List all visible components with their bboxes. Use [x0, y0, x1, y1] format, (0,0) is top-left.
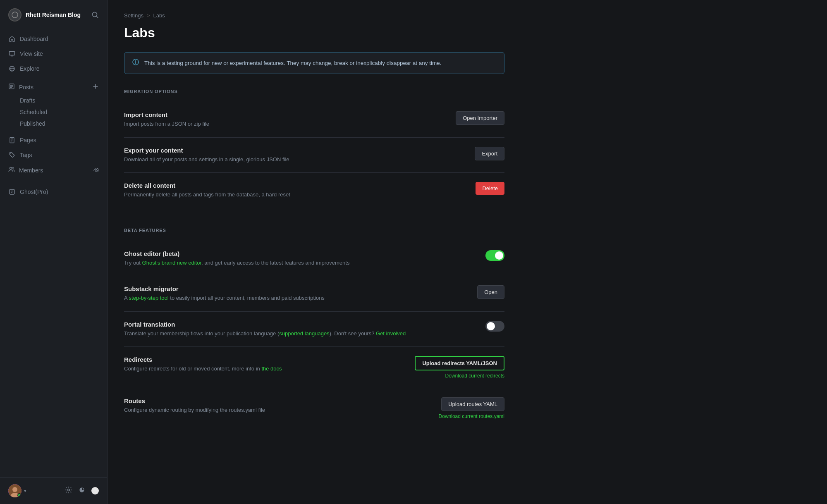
migration-section-label: MIGRATION OPTIONS: [124, 89, 504, 94]
export-content-row: Export your content Download all of your…: [124, 138, 504, 173]
svg-rect-22: [10, 189, 14, 194]
sidebar-item-view-site[interactable]: View site: [0, 46, 107, 61]
footer-actions: [65, 486, 99, 496]
sidebar-item-members[interactable]: Members 49: [0, 162, 107, 178]
substack-tool-link[interactable]: step-by-step tool: [129, 295, 169, 301]
explore-label: Explore: [20, 65, 39, 72]
settings-icon[interactable]: [65, 486, 72, 496]
ghost-editor-row: Ghost editor (beta) Try out Ghost's bran…: [124, 241, 504, 277]
open-importer-button[interactable]: Open Importer: [456, 111, 504, 125]
breadcrumb-current: Labs: [153, 12, 165, 19]
ghost-editor-toggle[interactable]: [485, 250, 504, 261]
import-content-desc: Import posts from a JSON or zip file: [124, 120, 439, 128]
svg-point-21: [12, 167, 14, 169]
sidebar-item-pages[interactable]: Pages: [0, 133, 107, 148]
portal-translation-title: Portal translation: [124, 321, 469, 328]
beta-section-label: BETA FEATURES: [124, 228, 504, 233]
page-title: Labs: [124, 25, 504, 41]
supported-languages-link[interactable]: supported languages: [279, 330, 329, 337]
pages-icon: [8, 136, 16, 144]
sidebar-item-ghost-pro[interactable]: Ghost(Pro): [0, 184, 107, 199]
info-banner-text: This is a testing ground for new or expe…: [144, 60, 442, 66]
posts-icon: [8, 83, 15, 91]
routes-row: Routes Configure dynamic routing by modi…: [124, 388, 504, 428]
download-redirects-link[interactable]: Download current redirects: [445, 373, 504, 379]
export-button[interactable]: Export: [475, 147, 504, 160]
redirects-row: Redirects Configure redirects for old or…: [124, 347, 504, 388]
routes-desc: Configure dynamic routing by modifying t…: [124, 406, 422, 414]
theme-toggle-icon[interactable]: [78, 486, 86, 496]
site-logo-group[interactable]: Rhett Reisman Blog: [8, 8, 81, 21]
svg-point-1: [93, 12, 97, 17]
user-avatar: [8, 484, 22, 497]
svg-point-0: [12, 12, 18, 18]
svg-point-31: [135, 60, 136, 61]
upload-routes-button[interactable]: Upload routes YAML: [441, 397, 504, 411]
svg-point-20: [10, 167, 12, 170]
get-involved-link[interactable]: Get involved: [376, 330, 406, 337]
svg-rect-3: [10, 52, 15, 55]
user-avatar-group[interactable]: ▾: [8, 484, 26, 497]
sidebar-item-explore[interactable]: Explore: [0, 61, 107, 76]
portal-translation-toggle[interactable]: [485, 321, 504, 332]
tags-label: Tags: [20, 152, 32, 158]
globe-icon: [8, 65, 16, 72]
export-content-title: Export your content: [124, 147, 458, 154]
ghost-pro-icon: [8, 188, 16, 196]
ghost-editor-title: Ghost editor (beta): [124, 250, 469, 257]
home-icon: [8, 35, 16, 43]
delete-button[interactable]: Delete: [476, 182, 504, 195]
view-site-label: View site: [20, 50, 43, 57]
breadcrumb-separator: >: [147, 12, 150, 19]
substack-migrator-title: Substack migrator: [124, 285, 461, 292]
posts-label: Posts: [19, 84, 33, 91]
search-icon: [91, 11, 99, 19]
delete-content-row: Delete all content Permanently delete al…: [124, 173, 504, 208]
sidebar-footer: ▾: [0, 477, 107, 504]
substack-migrator-row: Substack migrator A step-by-step tool to…: [124, 276, 504, 312]
site-logo: [8, 8, 22, 21]
ghost-pro-label: Ghost(Pro): [20, 189, 48, 195]
circle-toggle[interactable]: [91, 487, 99, 494]
upload-redirects-button[interactable]: Upload redirects YAML/JSON: [415, 356, 504, 370]
sidebar-item-drafts[interactable]: Drafts: [20, 95, 107, 106]
breadcrumb: Settings > Labs: [124, 12, 504, 19]
monitor-icon: [8, 50, 16, 57]
sidebar-item-published[interactable]: Published: [20, 118, 107, 129]
sidebar: Rhett Reisman Blog Dashboard: [0, 0, 108, 504]
members-badge: 49: [93, 167, 99, 173]
search-button[interactable]: [91, 11, 99, 19]
substack-open-button[interactable]: Open: [477, 285, 504, 299]
ghost-editor-link[interactable]: Ghost's brand new editor: [142, 260, 201, 266]
svg-point-19: [10, 153, 11, 154]
sidebar-item-scheduled[interactable]: Scheduled: [20, 106, 107, 118]
svg-point-28: [68, 489, 70, 491]
delete-content-title: Delete all content: [124, 182, 459, 189]
sidebar-item-posts[interactable]: Posts: [0, 79, 107, 95]
export-content-desc: Download all of your posts and settings …: [124, 155, 458, 164]
pages-label: Pages: [20, 137, 36, 143]
sidebar-nav: Dashboard View site Explore: [0, 28, 107, 477]
the-docs-link[interactable]: the docs: [261, 365, 282, 372]
svg-line-2: [97, 17, 98, 18]
migration-section: MIGRATION OPTIONS Import content Import …: [124, 89, 504, 208]
sidebar-item-dashboard[interactable]: Dashboard: [0, 31, 107, 46]
online-indicator: [17, 493, 22, 497]
import-content-title: Import content: [124, 111, 439, 118]
user-chevron-icon: ▾: [24, 488, 26, 494]
main-content-area: Settings > Labs Labs This is a testing g…: [108, 0, 827, 504]
download-routes-link[interactable]: Download current routes.yaml: [439, 413, 504, 419]
sidebar-item-tags[interactable]: Tags: [0, 148, 107, 162]
portal-translation-desc: Translate your membership flows into you…: [124, 330, 469, 338]
posts-sub-nav: Drafts Scheduled Published: [0, 95, 107, 129]
new-post-button[interactable]: [92, 83, 99, 91]
breadcrumb-parent[interactable]: Settings: [124, 12, 143, 19]
redirects-desc: Configure redirects for old or moved con…: [124, 365, 398, 373]
members-icon: [8, 166, 15, 174]
sidebar-header: Rhett Reisman Blog: [0, 0, 107, 28]
dashboard-label: Dashboard: [20, 36, 48, 42]
members-label: Members: [19, 167, 43, 174]
delete-content-desc: Permanently delete all posts and tags fr…: [124, 191, 459, 199]
beta-section: BETA FEATURES Ghost editor (beta) Try ou…: [124, 228, 504, 429]
routes-title: Routes: [124, 397, 422, 404]
